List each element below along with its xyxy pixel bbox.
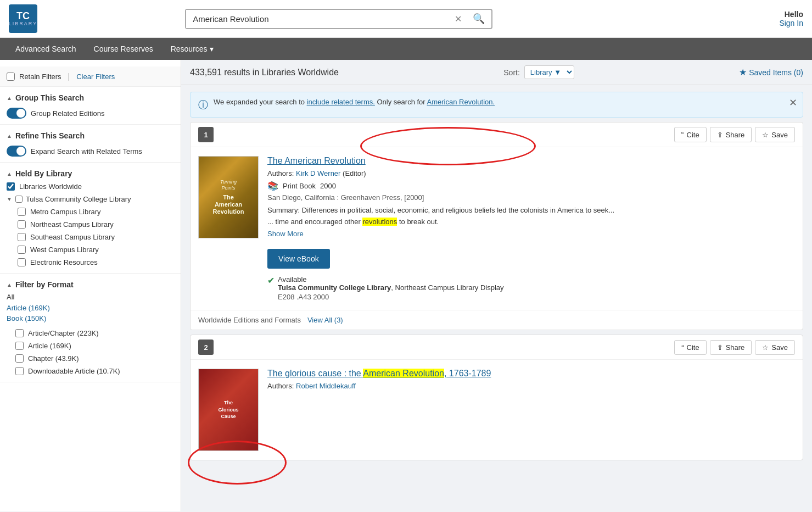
southeast-campus-item[interactable]: Southeast Campus Library xyxy=(18,231,174,243)
navbar: Advanced Search Course Reserves Resource… xyxy=(0,38,812,60)
format-article-link[interactable]: Article (169K) xyxy=(7,303,174,313)
group-toggle-label: Group Related Editions xyxy=(31,109,104,118)
result-1-footer-label: Worldwide Editions and Formats xyxy=(198,316,301,324)
libraries-worldwide-item[interactable]: Libraries Worldwide xyxy=(7,180,174,193)
expand-search-toggle[interactable] xyxy=(7,146,26,157)
group-related-editions-toggle[interactable] xyxy=(7,108,26,119)
result-1-save-label: Save xyxy=(771,131,788,139)
clear-filters-link[interactable]: Clear Filters xyxy=(76,73,115,81)
held-caret-icon: ▲ xyxy=(7,171,12,177)
nav-course-reserves[interactable]: Course Reserves xyxy=(85,38,162,60)
nav-resources[interactable]: Resources ▾ xyxy=(162,38,222,60)
result-2-author-link[interactable]: Robert Middlekauff xyxy=(296,382,356,390)
refine-section-header[interactable]: ▲ Refine This Search xyxy=(7,129,174,142)
tcc-checkbox[interactable] xyxy=(15,196,23,203)
format-chapter-item[interactable]: Chapter (43.9K) xyxy=(15,352,174,365)
book-icon: 📚 xyxy=(267,181,278,191)
search-clear-button[interactable]: ✕ xyxy=(450,12,466,26)
held-by-library-section: ▲ Held By Library Libraries Worldwide ▼ … xyxy=(0,163,181,274)
result-1-author-link[interactable]: Kirk D Werner xyxy=(296,169,340,177)
tcc-parent-item[interactable]: ▼ Tulsa Community College Library xyxy=(7,193,174,205)
pipe-separator: | xyxy=(68,72,70,81)
result-1-title[interactable]: The American Revolution xyxy=(267,156,795,166)
result-1-type-row: 📚 Print Book 2000 xyxy=(267,181,795,191)
result-2-save-label: Save xyxy=(771,343,788,352)
info-link-american-revolution[interactable]: American Revolution. xyxy=(427,98,495,106)
info-text: We expanded your search to include relat… xyxy=(214,98,795,106)
group-section-header[interactable]: ▲ Group This Search xyxy=(7,91,174,104)
filter-by-format-section: ▲ Filter by Format All Article (169K) Bo… xyxy=(0,274,181,382)
sub-libraries: Metro Campus Library Northeast Campus Li… xyxy=(7,205,174,269)
format-book-link[interactable]: Book (150K) xyxy=(7,313,174,324)
format-section-header[interactable]: ▲ Filter by Format xyxy=(7,278,174,291)
availability-check-icon: ✔ xyxy=(267,275,275,286)
result-1-cite-label: Cite xyxy=(687,131,699,139)
result-2-title[interactable]: The glorious cause : the American Revolu… xyxy=(267,369,795,379)
result-1-summary: Summary: Differences in political, socia… xyxy=(267,206,795,214)
northeast-campus-item[interactable]: Northeast Campus Library xyxy=(18,218,174,231)
result-1-share-button[interactable]: ⇧ Share xyxy=(710,127,752,142)
library-name: Tulsa Community College Library xyxy=(278,283,391,292)
group-this-search-section: ▲ Group This Search Group Related Editio… xyxy=(0,87,181,125)
sign-in-link[interactable]: Sign In xyxy=(779,19,803,27)
result-2-cite-button[interactable]: “ Cite xyxy=(674,340,706,355)
result-2-share-button[interactable]: ⇧ Share xyxy=(710,340,752,355)
search-input[interactable] xyxy=(186,10,450,28)
result-2-title-text: The glorious cause : the xyxy=(267,369,363,378)
held-section-header[interactable]: ▲ Held By Library xyxy=(7,167,174,180)
format-article-chapter-item[interactable]: Article/Chapter (223K) xyxy=(15,327,174,340)
west-campus-label: West Campus Library xyxy=(30,246,99,254)
format-article-checkbox[interactable] xyxy=(15,342,24,350)
availability-text: Available xyxy=(278,275,504,283)
result-2-authors: Authors: Robert Middlekauff xyxy=(267,382,795,390)
result-2-save-button[interactable]: ☆ Save xyxy=(755,340,795,355)
saved-items-link[interactable]: ★ Saved Items (0) xyxy=(739,67,803,77)
search-button[interactable]: 🔍 xyxy=(466,10,491,27)
result-2-title-end: , 1763-1789 xyxy=(444,369,491,378)
result-1-view-ebook-button[interactable]: View eBook xyxy=(267,249,330,269)
format-downloadable-article-item[interactable]: Downloadable Article (10.7K) xyxy=(15,365,174,377)
library-loc: , Northeast Campus Library Display xyxy=(391,283,503,292)
format-article-chapter-checkbox[interactable] xyxy=(15,329,24,337)
info-close-button[interactable]: ✕ xyxy=(789,97,797,109)
format-downloadable-article-label: Downloadable Article (10.7K) xyxy=(28,367,120,375)
retain-filters-row: Retain Filters | Clear Filters xyxy=(0,66,181,87)
libraries-worldwide-checkbox[interactable] xyxy=(7,182,15,191)
info-icon: ⓘ xyxy=(198,98,208,112)
west-campus-checkbox[interactable] xyxy=(18,246,26,254)
retain-filters-checkbox[interactable] xyxy=(7,73,15,81)
west-campus-item[interactable]: West Campus Library xyxy=(18,243,174,256)
sort-select[interactable]: Library ▼ xyxy=(524,65,574,79)
summary-text: Differences in political, social, econom… xyxy=(302,206,614,214)
southeast-campus-checkbox[interactable] xyxy=(18,233,26,241)
nav-advanced-search[interactable]: Advanced Search xyxy=(7,38,85,60)
result-1-authors: Authors: Kirk D Werner (Editor) xyxy=(267,169,795,177)
northeast-campus-checkbox[interactable] xyxy=(18,220,26,229)
format-article-item[interactable]: Article (169K) xyxy=(15,340,174,352)
group-caret-icon: ▲ xyxy=(7,95,12,101)
result-1-body: TurningPoints TheAmericanRevolution The … xyxy=(191,147,803,310)
logo: TC LIBRARY xyxy=(9,4,37,33)
format-downloadable-article-checkbox[interactable] xyxy=(15,367,24,375)
metro-campus-checkbox[interactable] xyxy=(18,208,26,216)
refine-section-title: Refine This Search xyxy=(15,131,85,140)
held-section-title: Held By Library xyxy=(15,169,72,178)
share-icon-2: ⇧ xyxy=(717,343,723,352)
format-chapter-label: Chapter (43.9K) xyxy=(28,354,79,363)
result-2-actions: “ Cite ⇧ Share ☆ Save xyxy=(674,340,795,355)
save-star-icon-2: ☆ xyxy=(762,343,769,352)
result-1-view-all-link[interactable]: View All (3) xyxy=(307,316,343,324)
electronic-resources-item[interactable]: Electronic Resources xyxy=(18,256,174,269)
electronic-resources-checkbox[interactable] xyxy=(18,258,26,266)
content-area: 433,591 results in Libraries Worldwide S… xyxy=(181,60,812,511)
logo-sub: LIBRARY xyxy=(9,21,37,26)
result-1-save-button[interactable]: ☆ Save xyxy=(755,127,795,142)
metro-campus-item[interactable]: Metro Campus Library xyxy=(18,205,174,218)
result-1-show-more[interactable]: Show More xyxy=(267,230,304,238)
format-chapter-checkbox[interactable] xyxy=(15,354,24,363)
info-link-related-terms[interactable]: include related terms. xyxy=(307,98,375,106)
result-2-body: TheGloriousCause The glorious cause : th… xyxy=(191,360,803,460)
result-1-cite-button[interactable]: “ Cite xyxy=(674,127,707,142)
result-2-cite-label: Cite xyxy=(687,343,699,352)
summary-text3: to break out. xyxy=(397,218,439,226)
